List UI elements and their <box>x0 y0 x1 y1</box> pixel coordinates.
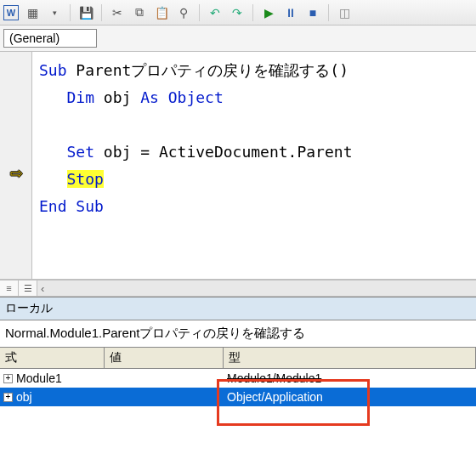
design-icon[interactable]: ◫ <box>336 4 353 21</box>
locals-expression: + Module1 <box>0 371 105 385</box>
locals-expression: + obj <box>0 390 105 404</box>
locals-type: Object/Application <box>224 390 476 404</box>
separator <box>199 4 200 21</box>
run-icon[interactable]: ▶ <box>260 4 277 21</box>
full-module-view-button[interactable]: ☰ <box>19 280 37 296</box>
horizontal-scrollbar[interactable] <box>37 280 476 296</box>
locals-type: Module1/Module1 <box>224 371 476 385</box>
view-icon[interactable]: ▦ <box>24 4 41 21</box>
header-value[interactable]: 値 <box>105 348 224 368</box>
reset-icon[interactable]: ■ <box>304 4 321 21</box>
locals-header-row: 式 値 型 <box>0 348 476 369</box>
word-icon[interactable]: W <box>3 5 19 20</box>
kw-sub: Sub <box>39 61 67 79</box>
scope-value: (General) <box>9 31 60 45</box>
current-line-arrow: ⇨ <box>10 166 23 181</box>
view-switch-bar: ≡ ☰ <box>0 280 476 297</box>
code-text: obj = ActiveDocument.Parent <box>94 143 352 161</box>
kw-set: Set <box>67 143 95 161</box>
separator <box>70 4 71 21</box>
code-content[interactable]: Sub Parentプロパティの戻りを確認する() Dim obj As Obj… <box>32 52 476 279</box>
break-icon[interactable]: ⏸ <box>282 4 299 21</box>
kw-dim: Dim <box>67 88 95 106</box>
locals-context: Normal.Module1.Parentプロパティの戻りを確認する <box>0 320 476 348</box>
main-toolbar: W ▦ ▾ 💾 ✂ ⧉ 📋 ⚲ ↶ ↷ ▶ ⏸ ■ ◫ <box>0 0 476 26</box>
kw-as-object: As Object <box>140 88 224 106</box>
undo-icon[interactable]: ↶ <box>207 4 224 21</box>
scope-dropdown[interactable]: (General) <box>3 29 97 48</box>
code-editor: ⇨ Sub Parentプロパティの戻りを確認する() Dim obj As O… <box>0 52 476 280</box>
kw-stop: Stop <box>67 170 104 188</box>
dropdown-icon[interactable]: ▾ <box>46 4 63 21</box>
cut-icon[interactable]: ✂ <box>109 4 126 21</box>
expand-icon[interactable]: + <box>3 393 13 402</box>
expand-icon[interactable]: + <box>3 374 13 383</box>
kw-end-sub: End Sub <box>39 197 104 215</box>
code-text: Parentプロパティの戻りを確認する() <box>67 61 349 79</box>
find-icon[interactable]: ⚲ <box>175 4 192 21</box>
header-expression[interactable]: 式 <box>0 348 105 368</box>
locals-row[interactable]: + obj Object/Application <box>0 388 476 406</box>
code-text: obj <box>94 88 140 106</box>
locals-panel-title: ローカル <box>0 297 476 320</box>
procedure-view-button[interactable]: ≡ <box>0 280 19 296</box>
copy-icon[interactable]: ⧉ <box>131 4 148 21</box>
separator <box>328 4 329 21</box>
locals-exp-text: obj <box>16 390 32 404</box>
redo-icon[interactable]: ↷ <box>229 4 246 21</box>
save-icon[interactable]: 💾 <box>77 4 94 21</box>
separator <box>252 4 253 21</box>
locals-row[interactable]: + Module1 Module1/Module1 <box>0 369 476 388</box>
locals-body: + Module1 Module1/Module1 + obj Object/A… <box>0 369 476 406</box>
separator <box>101 4 102 21</box>
gutter: ⇨ <box>0 52 32 279</box>
locals-exp-text: Module1 <box>16 371 62 385</box>
scope-bar: (General) <box>0 26 476 52</box>
header-type[interactable]: 型 <box>224 348 476 368</box>
paste-icon[interactable]: 📋 <box>153 4 170 21</box>
